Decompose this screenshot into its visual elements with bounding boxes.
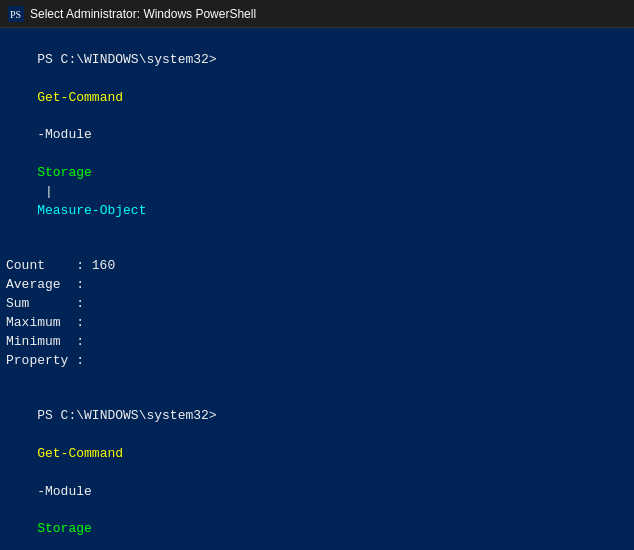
blank-line-1 bbox=[6, 239, 628, 257]
stats-output: Count : 160Average :Sum :Maximum :Minimu… bbox=[6, 257, 628, 370]
command-line-1: PS C:\WINDOWS\system32> Get-Command -Mod… bbox=[6, 32, 628, 239]
stat-line: Average : bbox=[6, 276, 628, 295]
stat-line: Maximum : bbox=[6, 314, 628, 333]
storage-value-1: Storage bbox=[37, 165, 92, 180]
title-bar: PS Select Administrator: Windows PowerSh… bbox=[0, 0, 634, 28]
module-param-2: -Module bbox=[37, 484, 92, 499]
command-line-2: PS C:\WINDOWS\system32> Get-Command -Mod… bbox=[6, 388, 628, 550]
blank-line-2 bbox=[6, 370, 628, 388]
svg-text:PS: PS bbox=[10, 9, 21, 20]
measure-object: Measure-Object bbox=[37, 203, 146, 218]
terminal: PS C:\WINDOWS\system32> Get-Command -Mod… bbox=[0, 28, 634, 550]
stat-line: Sum : bbox=[6, 295, 628, 314]
get-command-keyword-2: Get-Command bbox=[37, 446, 123, 461]
prompt-1: PS C:\WINDOWS\system32> bbox=[37, 52, 216, 67]
stat-line: Property : bbox=[6, 352, 628, 371]
stat-line: Minimum : bbox=[6, 333, 628, 352]
powershell-icon: PS bbox=[8, 6, 24, 22]
stat-line: Count : 160 bbox=[6, 257, 628, 276]
prompt-2: PS C:\WINDOWS\system32> bbox=[37, 408, 216, 423]
window-title: Select Administrator: Windows PowerShell bbox=[30, 7, 256, 21]
storage-value-2: Storage bbox=[37, 521, 92, 536]
get-command-keyword-1: Get-Command bbox=[37, 90, 123, 105]
pipe-char: | bbox=[37, 184, 53, 199]
module-param-1: -Module bbox=[37, 127, 92, 142]
